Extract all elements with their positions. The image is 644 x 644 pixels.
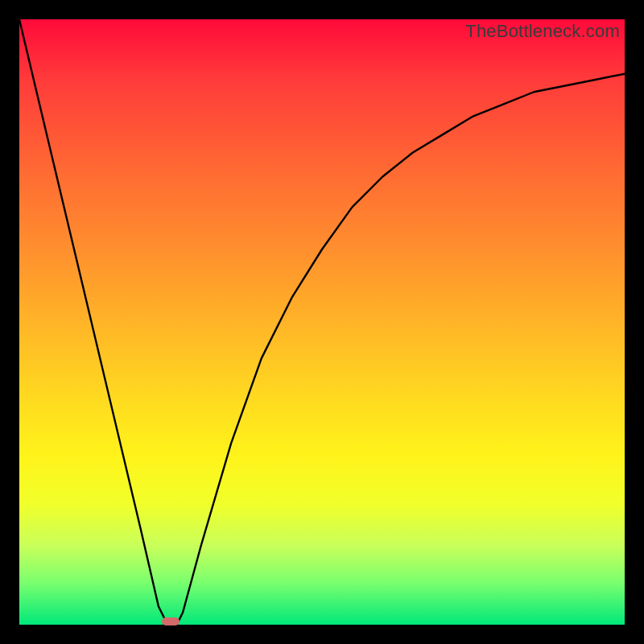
optimum-marker bbox=[162, 617, 180, 625]
chart-curve bbox=[19, 19, 625, 625]
chart-frame: TheBottleneck.com bbox=[0, 0, 644, 644]
plot-area: TheBottleneck.com bbox=[19, 19, 625, 625]
